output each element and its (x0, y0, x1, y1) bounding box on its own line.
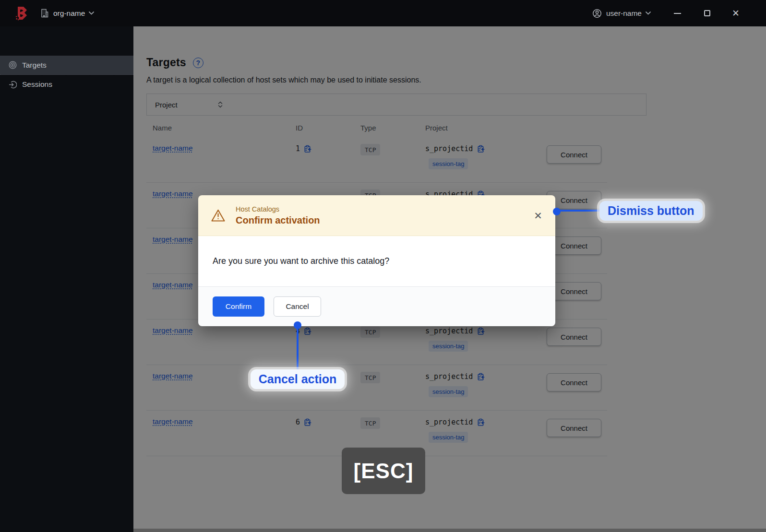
dismiss-annotation-dot (553, 208, 561, 215)
sidebar-item-sessions[interactable]: Sessions (0, 75, 133, 94)
chevron-down-icon (89, 12, 94, 15)
modal-context-label: Host Catalogs (236, 205, 320, 213)
user-menu[interactable]: user-name (592, 9, 651, 18)
org-building-icon (40, 9, 49, 18)
modal-title: Confirm activation (236, 215, 320, 226)
confirm-activation-modal: Host Catalogs Confirm activation ✕ Are y… (198, 195, 555, 326)
minimize-icon (674, 13, 681, 14)
sidebar-item-label: Sessions (22, 80, 52, 89)
dismiss-annotation-label: Dismiss button (599, 201, 703, 221)
modal-footer: Confirm Cancel (198, 286, 555, 326)
modal-header: Host Catalogs Confirm activation ✕ (198, 195, 555, 236)
warning-triangle-icon (211, 209, 226, 222)
user-name-label: user-name (606, 9, 642, 18)
cancel-annotation-dot (294, 321, 301, 329)
cancel-annotation-line (297, 329, 299, 370)
window-minimize-button[interactable] (670, 6, 684, 21)
sidebar: Targets Sessions (0, 26, 133, 532)
target-icon (9, 61, 17, 69)
close-icon: ✕ (732, 9, 740, 18)
esc-key-badge: [ESC] (342, 448, 425, 494)
modal-message: Are you sure you want to archive this ca… (213, 256, 389, 266)
boundary-logo-icon (15, 6, 28, 21)
close-icon: ✕ (534, 210, 542, 221)
cancel-annotation-label: Cancel action (251, 369, 345, 389)
user-avatar-icon (592, 9, 602, 18)
maximize-icon (704, 10, 710, 16)
org-scope-menu[interactable]: org-name (40, 9, 94, 18)
modal-dismiss-button[interactable]: ✕ (532, 210, 544, 222)
confirm-button[interactable]: Confirm (213, 296, 264, 317)
sidebar-item-label: Targets (22, 61, 47, 70)
dismiss-annotation-line (557, 210, 599, 212)
window-title-bar: org-name user-name ✕ (0, 0, 766, 26)
sidebar-item-targets[interactable]: Targets (0, 56, 133, 75)
sessions-icon (9, 81, 17, 89)
window-close-button[interactable]: ✕ (729, 6, 743, 21)
org-name-label: org-name (53, 9, 85, 18)
window-maximize-button[interactable] (700, 6, 714, 21)
chevron-down-icon (646, 12, 651, 15)
window-bottom-edge (133, 529, 766, 532)
cancel-button[interactable]: Cancel (274, 296, 321, 317)
